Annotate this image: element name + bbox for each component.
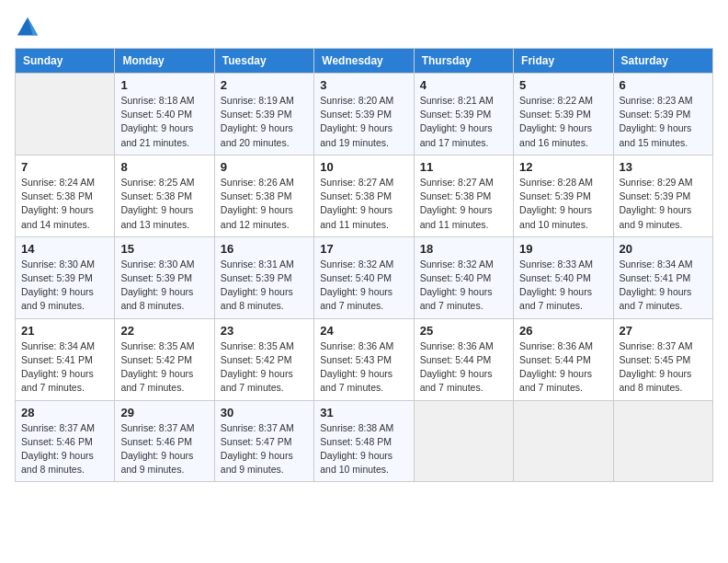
day-info: Sunrise: 8:36 AMSunset: 5:44 PMDaylight:… xyxy=(420,339,507,396)
day-info: Sunrise: 8:29 AMSunset: 5:39 PMDaylight:… xyxy=(620,176,707,232)
logo-icon xyxy=(15,15,40,40)
day-info: Sunrise: 8:32 AMSunset: 5:40 PMDaylight:… xyxy=(320,258,407,314)
day-info: Sunrise: 8:20 AMSunset: 5:39 PMDaylight:… xyxy=(320,94,407,150)
day-number: 9 xyxy=(221,160,308,174)
day-number: 18 xyxy=(420,242,507,256)
day-info: Sunrise: 8:38 AMSunset: 5:48 PMDaylight:… xyxy=(320,421,407,477)
day-number: 26 xyxy=(519,324,607,338)
calendar-cell xyxy=(613,400,712,482)
day-number: 20 xyxy=(620,242,707,256)
day-number: 22 xyxy=(120,324,208,338)
calendar-cell: 11Sunrise: 8:27 AMSunset: 5:38 PMDayligh… xyxy=(414,155,513,236)
calendar-cell: 1Sunrise: 8:18 AMSunset: 5:40 PMDaylight… xyxy=(115,74,214,155)
day-info: Sunrise: 8:33 AMSunset: 5:40 PMDaylight:… xyxy=(519,258,607,314)
day-number: 15 xyxy=(120,242,208,256)
day-number: 19 xyxy=(519,242,607,256)
day-info: Sunrise: 8:36 AMSunset: 5:43 PMDaylight:… xyxy=(320,339,407,396)
day-number: 25 xyxy=(420,324,507,338)
calendar-cell: 13Sunrise: 8:29 AMSunset: 5:39 PMDayligh… xyxy=(613,155,712,236)
day-info: Sunrise: 8:37 AMSunset: 5:47 PMDaylight:… xyxy=(221,421,308,477)
day-number: 31 xyxy=(320,406,407,419)
day-info: Sunrise: 8:34 AMSunset: 5:41 PMDaylight:… xyxy=(21,339,108,396)
calendar-cell: 21Sunrise: 8:34 AMSunset: 5:41 PMDayligh… xyxy=(16,318,115,400)
calendar-body: 1Sunrise: 8:18 AMSunset: 5:40 PMDaylight… xyxy=(16,74,713,482)
calendar-cell: 6Sunrise: 8:23 AMSunset: 5:39 PMDaylight… xyxy=(613,74,712,155)
day-number: 29 xyxy=(120,406,208,419)
calendar-cell: 12Sunrise: 8:28 AMSunset: 5:39 PMDayligh… xyxy=(514,155,613,236)
calendar-cell: 27Sunrise: 8:37 AMSunset: 5:45 PMDayligh… xyxy=(613,318,712,400)
calendar-cell: 2Sunrise: 8:19 AMSunset: 5:39 PMDaylight… xyxy=(214,74,313,155)
day-number: 28 xyxy=(21,406,108,419)
day-number: 10 xyxy=(320,160,407,174)
day-info: Sunrise: 8:28 AMSunset: 5:39 PMDaylight:… xyxy=(519,176,607,232)
day-info: Sunrise: 8:30 AMSunset: 5:39 PMDaylight:… xyxy=(21,258,108,314)
day-info: Sunrise: 8:23 AMSunset: 5:39 PMDaylight:… xyxy=(620,94,707,150)
day-number: 7 xyxy=(21,160,108,174)
day-info: Sunrise: 8:30 AMSunset: 5:39 PMDaylight:… xyxy=(120,258,208,314)
calendar-cell: 31Sunrise: 8:38 AMSunset: 5:48 PMDayligh… xyxy=(314,400,414,482)
weekday-header-monday: Monday xyxy=(115,49,214,74)
day-number: 30 xyxy=(221,406,308,419)
page-header xyxy=(15,15,713,40)
calendar-cell: 23Sunrise: 8:35 AMSunset: 5:42 PMDayligh… xyxy=(214,318,313,400)
day-number: 17 xyxy=(320,242,407,256)
day-info: Sunrise: 8:35 AMSunset: 5:42 PMDaylight:… xyxy=(120,339,208,396)
calendar-cell: 16Sunrise: 8:31 AMSunset: 5:39 PMDayligh… xyxy=(214,236,313,318)
day-number: 14 xyxy=(21,242,108,256)
day-number: 16 xyxy=(221,242,308,256)
calendar-cell: 20Sunrise: 8:34 AMSunset: 5:41 PMDayligh… xyxy=(613,236,712,318)
day-info: Sunrise: 8:19 AMSunset: 5:39 PMDaylight:… xyxy=(221,94,308,150)
day-info: Sunrise: 8:32 AMSunset: 5:40 PMDaylight:… xyxy=(420,258,507,314)
calendar-cell: 8Sunrise: 8:25 AMSunset: 5:38 PMDaylight… xyxy=(115,155,214,236)
day-number: 11 xyxy=(420,160,507,174)
calendar-week-row: 21Sunrise: 8:34 AMSunset: 5:41 PMDayligh… xyxy=(16,318,713,400)
day-info: Sunrise: 8:36 AMSunset: 5:44 PMDaylight:… xyxy=(519,339,607,396)
day-number: 6 xyxy=(620,78,707,92)
calendar-week-row: 7Sunrise: 8:24 AMSunset: 5:38 PMDaylight… xyxy=(16,155,713,236)
day-info: Sunrise: 8:35 AMSunset: 5:42 PMDaylight:… xyxy=(221,339,308,396)
calendar-cell: 30Sunrise: 8:37 AMSunset: 5:47 PMDayligh… xyxy=(214,400,313,482)
calendar-cell: 9Sunrise: 8:26 AMSunset: 5:38 PMDaylight… xyxy=(214,155,313,236)
day-number: 2 xyxy=(221,78,308,92)
calendar-cell: 24Sunrise: 8:36 AMSunset: 5:43 PMDayligh… xyxy=(314,318,414,400)
calendar-cell: 15Sunrise: 8:30 AMSunset: 5:39 PMDayligh… xyxy=(115,236,214,318)
calendar-cell: 4Sunrise: 8:21 AMSunset: 5:39 PMDaylight… xyxy=(414,74,513,155)
weekday-header-friday: Friday xyxy=(514,49,613,74)
day-info: Sunrise: 8:27 AMSunset: 5:38 PMDaylight:… xyxy=(420,176,507,232)
calendar-cell: 19Sunrise: 8:33 AMSunset: 5:40 PMDayligh… xyxy=(514,236,613,318)
calendar-cell: 14Sunrise: 8:30 AMSunset: 5:39 PMDayligh… xyxy=(16,236,115,318)
calendar-cell xyxy=(414,400,513,482)
calendar-cell: 7Sunrise: 8:24 AMSunset: 5:38 PMDaylight… xyxy=(16,155,115,236)
calendar-cell: 22Sunrise: 8:35 AMSunset: 5:42 PMDayligh… xyxy=(115,318,214,400)
calendar-week-row: 28Sunrise: 8:37 AMSunset: 5:46 PMDayligh… xyxy=(16,400,713,482)
day-number: 1 xyxy=(120,78,208,92)
calendar-cell: 25Sunrise: 8:36 AMSunset: 5:44 PMDayligh… xyxy=(414,318,513,400)
day-number: 23 xyxy=(221,324,308,338)
calendar-table: SundayMondayTuesdayWednesdayThursdayFrid… xyxy=(15,48,713,482)
calendar-header: SundayMondayTuesdayWednesdayThursdayFrid… xyxy=(16,49,713,74)
day-info: Sunrise: 8:37 AMSunset: 5:46 PMDaylight:… xyxy=(120,421,208,477)
day-number: 13 xyxy=(620,160,707,174)
day-info: Sunrise: 8:22 AMSunset: 5:39 PMDaylight:… xyxy=(519,94,607,150)
day-info: Sunrise: 8:21 AMSunset: 5:39 PMDaylight:… xyxy=(420,94,507,150)
calendar-cell: 17Sunrise: 8:32 AMSunset: 5:40 PMDayligh… xyxy=(314,236,414,318)
calendar-cell: 26Sunrise: 8:36 AMSunset: 5:44 PMDayligh… xyxy=(514,318,613,400)
calendar-cell xyxy=(514,400,613,482)
day-number: 27 xyxy=(620,324,707,338)
day-info: Sunrise: 8:37 AMSunset: 5:46 PMDaylight:… xyxy=(21,421,108,477)
day-number: 12 xyxy=(519,160,607,174)
calendar-cell xyxy=(16,74,115,155)
day-info: Sunrise: 8:34 AMSunset: 5:41 PMDaylight:… xyxy=(620,258,707,314)
weekday-header-tuesday: Tuesday xyxy=(214,49,313,74)
day-info: Sunrise: 8:26 AMSunset: 5:38 PMDaylight:… xyxy=(221,176,308,232)
logo xyxy=(15,15,44,40)
calendar-cell: 18Sunrise: 8:32 AMSunset: 5:40 PMDayligh… xyxy=(414,236,513,318)
calendar-cell: 5Sunrise: 8:22 AMSunset: 5:39 PMDaylight… xyxy=(514,74,613,155)
calendar-cell: 10Sunrise: 8:27 AMSunset: 5:38 PMDayligh… xyxy=(314,155,414,236)
day-number: 3 xyxy=(320,78,407,92)
day-info: Sunrise: 8:27 AMSunset: 5:38 PMDaylight:… xyxy=(320,176,407,232)
weekday-header-saturday: Saturday xyxy=(613,49,712,74)
day-number: 4 xyxy=(420,78,507,92)
calendar-cell: 28Sunrise: 8:37 AMSunset: 5:46 PMDayligh… xyxy=(16,400,115,482)
calendar-week-row: 1Sunrise: 8:18 AMSunset: 5:40 PMDaylight… xyxy=(16,74,713,155)
